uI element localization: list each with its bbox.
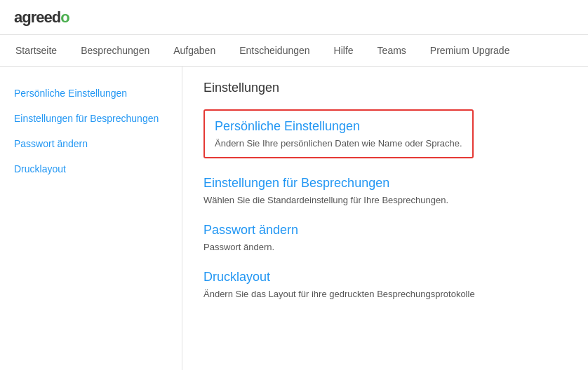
card-desc-drucklayout: Ändern Sie das Layout für ihre gedruckte… [203, 289, 567, 299]
card-persoenliche-einstellungen-highlighted: Persönliche Einstellungen Ändern Sie Ihr… [203, 109, 474, 158]
card-title-einstellungen-besprechungen[interactable]: Einstellungen für Besprechungen [203, 176, 567, 191]
card-desc-einstellungen-besprechungen: Wählen Sie die Standardeinstellung für I… [203, 195, 567, 205]
sidebar-item-drucklayout[interactable]: Drucklayout [0, 156, 182, 181]
sidebar: Persönliche Einstellungen Einstellungen … [0, 67, 182, 370]
page-title: Einstellungen [203, 81, 567, 95]
page-layout: Persönliche Einstellungen Einstellungen … [0, 67, 588, 370]
card-passwort-aendern: Passwort ändern Passwort ändern. [203, 223, 567, 252]
logo: agreedo [14, 8, 69, 27]
navigation: Startseite Besprechungen Aufgaben Entsch… [0, 35, 588, 67]
card-desc-persoenliche-einstellungen: Ändern Sie Ihre persönlichen Daten wie N… [215, 138, 462, 149]
nav-item-startseite[interactable]: Startseite [14, 45, 58, 56]
sidebar-item-einstellungen-besprechungen[interactable]: Einstellungen für Besprechungen [0, 106, 182, 131]
logo-text-accent: o [60, 8, 69, 26]
nav-item-teams[interactable]: Teams [376, 45, 408, 56]
card-title-passwort-aendern[interactable]: Passwort ändern [203, 223, 567, 238]
card-einstellungen-besprechungen: Einstellungen für Besprechungen Wählen S… [203, 176, 567, 205]
card-title-persoenliche-einstellungen[interactable]: Persönliche Einstellungen [215, 119, 462, 134]
nav-item-besprechungen[interactable]: Besprechungen [79, 45, 151, 56]
nav-item-aufgaben[interactable]: Aufgaben [172, 45, 217, 56]
card-title-drucklayout[interactable]: Drucklayout [203, 270, 567, 285]
header: agreedo [0, 0, 588, 35]
card-desc-passwort-aendern: Passwort ändern. [203, 242, 567, 252]
main-content: Einstellungen Persönliche Einstellungen … [182, 67, 588, 370]
card-drucklayout: Drucklayout Ändern Sie das Layout für ih… [203, 270, 567, 299]
nav-item-entscheidungen[interactable]: Entscheidungen [238, 45, 311, 56]
sidebar-item-passwort-aendern[interactable]: Passwort ändern [0, 131, 182, 156]
nav-item-hilfe[interactable]: Hilfe [333, 45, 355, 56]
nav-item-premium-upgrade[interactable]: Premium Upgrade [429, 45, 512, 56]
logo-text-main: agreed [14, 8, 60, 26]
sidebar-item-persoenliche-einstellungen[interactable]: Persönliche Einstellungen [0, 81, 182, 106]
